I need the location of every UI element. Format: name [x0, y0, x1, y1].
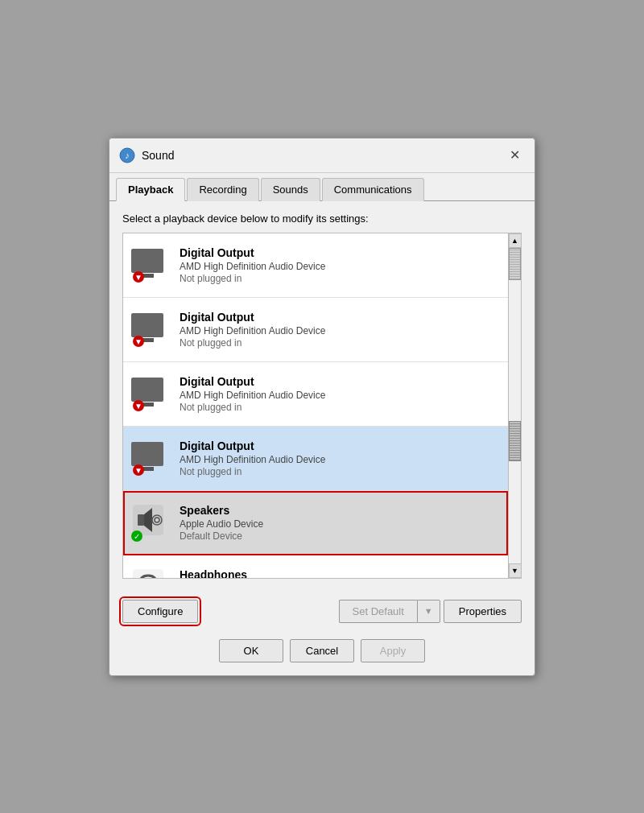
device-item-headphones[interactable]: ▼ Headphones Apple Audio Device Not plug… — [123, 555, 508, 578]
scrollbar-thumb-area — [509, 248, 521, 563]
device-icon-wrap-1: ▼ — [131, 246, 170, 284]
device-status-3: Not plugged in — [180, 402, 500, 413]
device-icon-wrap-3: ▼ — [131, 374, 170, 413]
scrollbar-thumb-speakers[interactable] — [509, 421, 521, 461]
device-info-1: Digital Output AMD High Definition Audio… — [180, 246, 500, 284]
device-subname-2: AMD High Definition Audio Device — [180, 325, 500, 336]
headphone-icon-wrap: ▼ — [131, 567, 170, 578]
device-item-digital-output-2[interactable]: ▼ Digital Output AMD High Definition Aud… — [123, 298, 508, 362]
apply-button[interactable]: Apply — [361, 639, 425, 662]
monitor-icon-2 — [131, 313, 163, 337]
tab-recording[interactable]: Recording — [187, 178, 258, 201]
svg-rect-3 — [138, 514, 144, 526]
title-bar-left: ♪ Sound — [119, 147, 174, 163]
device-list[interactable]: ▼ Digital Output AMD High Definition Aud… — [123, 233, 508, 578]
right-button-group: Set Default ▼ Properties — [339, 600, 522, 623]
status-dot-green-speakers: ✓ — [131, 530, 142, 542]
configure-button[interactable]: Configure — [122, 600, 198, 623]
device-list-wrapper: ▼ Digital Output AMD High Definition Aud… — [122, 233, 522, 579]
monitor-icon-4 — [131, 442, 163, 466]
device-name-1: Digital Output — [180, 246, 500, 259]
tab-communications[interactable]: Communications — [322, 178, 424, 201]
device-name-2: Digital Output — [180, 311, 500, 324]
cancel-button[interactable]: Cancel — [290, 639, 354, 662]
device-name-headphones: Headphones — [180, 568, 500, 578]
configure-button-wrap: Configure — [122, 600, 198, 623]
scrollbar-down-button[interactable]: ▼ — [509, 563, 522, 578]
device-item-digital-output-3[interactable]: ▼ Digital Output AMD High Definition Aud… — [123, 362, 508, 427]
scrollbar-thumb[interactable] — [509, 248, 521, 280]
device-status-speakers: Default Device — [180, 530, 500, 542]
tab-sounds[interactable]: Sounds — [261, 178, 320, 201]
device-info-3: Digital Output AMD High Definition Audio… — [180, 375, 500, 413]
device-item-speakers[interactable]: ✓ Speakers Apple Audio Device Default De… — [123, 491, 508, 555]
device-status-4: Not plugged in — [180, 466, 500, 477]
scrollbar-up-button[interactable]: ▲ — [509, 233, 522, 248]
monitor-icon-3 — [131, 378, 163, 402]
device-status-1: Not plugged in — [180, 273, 500, 284]
device-item-digital-output-4[interactable]: ▼ Digital Output AMD High Definition Aud… — [123, 427, 508, 491]
device-info-4: Digital Output AMD High Definition Audio… — [180, 440, 500, 477]
monitor-icon-1 — [131, 249, 163, 273]
device-icon-wrap-2: ▼ — [131, 310, 170, 349]
set-default-split: Set Default ▼ — [339, 600, 440, 623]
device-subname-4: AMD High Definition Audio Device — [180, 454, 500, 465]
ok-cancel-apply-row: OK Cancel Apply — [109, 633, 535, 675]
sound-dialog: ♪ Sound ✕ Playback Recording Sounds Comm… — [109, 138, 535, 676]
properties-button[interactable]: Properties — [444, 600, 522, 623]
device-icon-wrap-4: ▼ — [131, 439, 170, 477]
device-name-speakers: Speakers — [180, 504, 500, 517]
status-dot-red-3: ▼ — [133, 400, 144, 411]
status-dot-red-1: ▼ — [133, 271, 144, 283]
device-info-headphones: Headphones Apple Audio Device Not plugge… — [180, 568, 500, 578]
scrollbar-track: ▲ ▼ — [508, 233, 521, 578]
instruction-text: Select a playback device below to modify… — [122, 213, 522, 225]
device-subname-1: AMD High Definition Audio Device — [180, 261, 500, 272]
ok-button[interactable]: OK — [219, 639, 283, 662]
tab-playback[interactable]: Playback — [116, 178, 185, 201]
set-default-button[interactable]: Set Default — [339, 600, 417, 623]
device-name-4: Digital Output — [180, 440, 500, 452]
device-info-2: Digital Output AMD High Definition Audio… — [180, 311, 500, 349]
dialog-title: Sound — [142, 149, 174, 162]
headphone-icon — [131, 567, 165, 578]
speaker-icon-wrap: ✓ — [131, 503, 170, 542]
tab-bar: Playback Recording Sounds Communications — [109, 173, 535, 201]
device-name-3: Digital Output — [180, 375, 500, 388]
sound-icon: ♪ — [119, 147, 135, 163]
device-item-digital-output-1[interactable]: ▼ Digital Output AMD High Definition Aud… — [123, 233, 508, 298]
device-status-2: Not plugged in — [180, 337, 500, 349]
status-dot-red-4: ▼ — [133, 464, 144, 476]
device-subname-speakers: Apple Audio Device — [180, 518, 500, 530]
close-button[interactable]: ✕ — [504, 145, 525, 166]
device-info-speakers: Speakers Apple Audio Device Default Devi… — [180, 504, 500, 542]
status-dot-red-2: ▼ — [133, 336, 144, 347]
title-bar: ♪ Sound ✕ — [109, 138, 535, 173]
device-subname-3: AMD High Definition Audio Device — [180, 390, 500, 401]
svg-text:♪: ♪ — [125, 151, 130, 160]
set-default-arrow[interactable]: ▼ — [417, 600, 440, 623]
bottom-buttons-section: Configure Set Default ▼ Properties — [109, 590, 535, 633]
content-area: Select a playback device below to modify… — [109, 201, 535, 590]
